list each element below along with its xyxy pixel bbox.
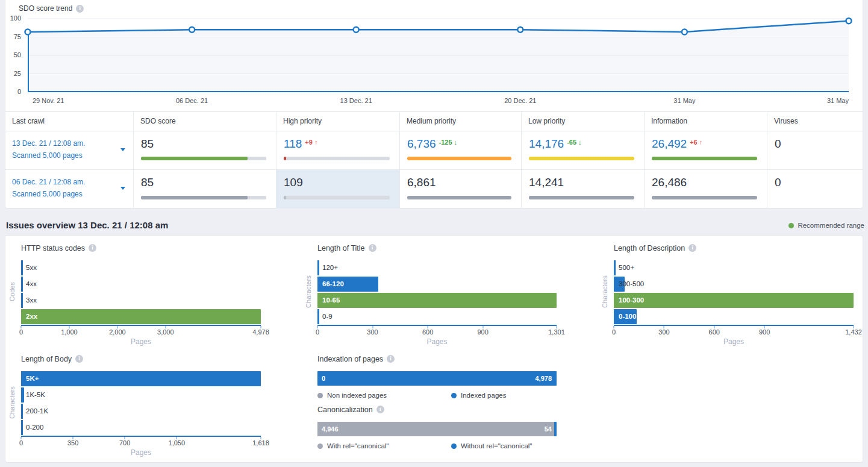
cell-value[interactable]: 6,736-125 ↓: [407, 137, 457, 151]
chart-bar-row: 300-500: [614, 276, 854, 292]
chart-bar: [21, 371, 261, 386]
column-header-viruses: Viruses: [767, 112, 863, 131]
trend-point[interactable]: [354, 27, 359, 33]
cell-progress-bar: [652, 196, 757, 199]
info-icon[interactable]: [369, 244, 376, 252]
table-cell: 26,492+6 ↑: [644, 131, 767, 170]
trend-point[interactable]: [846, 18, 852, 24]
legend-label: Without rel="canonical": [461, 442, 532, 450]
chart-bar-label: 5xx: [26, 260, 37, 275]
tick-label: 0: [595, 328, 633, 336]
cell-value: 85: [141, 137, 154, 151]
table-cell: 6,736-125 ↓: [399, 131, 521, 170]
cell-value[interactable]: 26,492+6 ↑: [652, 137, 702, 151]
crawl-scanned[interactable]: Scanned 5,000 pages: [12, 190, 83, 198]
left-value: 4,946: [322, 422, 339, 436]
legend-label: Indexed pages: [461, 392, 506, 399]
last-crawl-cell[interactable]: 13 Dec. 21 / 12:08 am.Scanned 5,000 page…: [5, 131, 133, 170]
info-icon[interactable]: [376, 406, 384, 413]
trend-point[interactable]: [189, 27, 195, 33]
chevron-down-icon[interactable]: [120, 148, 125, 151]
info-icon[interactable]: [75, 355, 83, 363]
cell-value: 26,486: [652, 176, 687, 189]
table-cell: 0: [767, 170, 863, 208]
http-status-codes-chart: HTTP status codes Codes 5xx4xx3xx2xx01,0…: [21, 244, 261, 346]
y-tick-label: 25: [14, 70, 21, 77]
tick-label: 4,978: [242, 328, 280, 336]
legend-dot: [317, 393, 323, 398]
cell-value[interactable]: 118+9 ↑: [284, 137, 317, 151]
tick-label: 1,301: [537, 328, 576, 336]
tick-label: 1,432: [834, 328, 868, 336]
table-cell: 118+9 ↑: [276, 131, 399, 170]
trend-line-chart: [28, 19, 849, 92]
canonicalization-chart: Canonicalization 4,946 54 With rel="cano…: [317, 406, 557, 457]
column-header-last-crawl: Last crawl: [5, 112, 133, 131]
trend-x-axis: 29 Nov. 2106 Dec. 2113 Dec. 2120 Dec. 21…: [28, 97, 849, 107]
chart-bar-label: 2xx: [26, 309, 37, 324]
issues-overview-title: Issues overview 13 Dec. 21 / 12:08 am: [6, 220, 168, 230]
y-axis-label: Characters: [305, 265, 314, 319]
x-tick-label: 29 Nov. 21: [33, 97, 88, 104]
crawl-date[interactable]: 13 Dec. 21 / 12:08 am.: [12, 139, 85, 148]
trend-y-axis: 1007550250: [5, 19, 25, 92]
table-cell: 6,861: [399, 170, 521, 208]
x-axis-label: Pages: [614, 337, 854, 346]
chart-bar-row: 2xx: [21, 309, 261, 325]
length-of-description-chart: Length of Description Characters 500+300…: [614, 244, 854, 346]
chart-bar-label: 0-9: [322, 309, 333, 324]
column-header-high-priority: High priority: [276, 112, 399, 131]
x-axis-ticks: 03006009001,301: [317, 326, 557, 337]
last-crawl-cell[interactable]: 06 Dec. 21 / 12:08 am.Scanned 5,000 page…: [5, 170, 133, 208]
chart-bar-row: 10-65: [317, 292, 557, 309]
trend-title-row: SDO score trend: [19, 4, 84, 13]
recommended-range-legend: Recommended range: [788, 222, 864, 229]
crawl-scanned[interactable]: Scanned 5,000 pages: [12, 151, 83, 160]
info-icon[interactable]: [688, 244, 696, 252]
x-tick-label: 31 May: [657, 97, 712, 104]
chart-bar-label: 1K-5K: [26, 387, 45, 403]
trend-point[interactable]: [682, 29, 687, 34]
trend-point[interactable]: [25, 29, 31, 34]
cell-progress-bar: [407, 157, 511, 160]
right-value: 54: [545, 422, 552, 436]
progress-fill: [652, 157, 757, 160]
y-tick-label: 0: [17, 88, 21, 95]
cell-value: 0: [775, 176, 781, 189]
length-of-title-chart: Length of Title Characters 120+66-12010-…: [317, 244, 557, 346]
tick-label: 300: [354, 328, 392, 336]
info-icon[interactable]: [387, 355, 395, 363]
cell-delta: +6 ↑: [690, 139, 702, 146]
chart-legend: Non indexed pages Indexed pages: [317, 388, 557, 406]
cell-value[interactable]: 14,176-65 ↓: [529, 137, 582, 151]
cell-progress-bar: [141, 157, 266, 160]
chevron-down-icon[interactable]: [120, 187, 125, 190]
chart-bar-row: 200-1K: [21, 403, 261, 419]
crawl-date[interactable]: 06 Dec. 21 / 12:08 am.: [12, 178, 85, 186]
x-tick-label: 20 Dec. 21: [493, 97, 548, 104]
tick-label: 350: [54, 439, 92, 447]
table-cell: 26,486: [644, 170, 767, 208]
crawl-table: Last crawl SDO score High priority Mediu…: [5, 111, 863, 208]
audit-dashboard: SDO score trend SERPSTAT 1007550250 29 N…: [0, 0, 868, 467]
y-tick-label: 50: [14, 51, 21, 58]
progress-fill: [284, 157, 286, 160]
trend-point[interactable]: [517, 27, 523, 33]
tick-label: 0: [2, 439, 40, 447]
tick-label: 0: [298, 328, 337, 336]
recommended-range-dot: [788, 223, 794, 228]
column-header-medium-priority: Medium priority: [399, 112, 521, 131]
right-value: 4,978: [535, 371, 552, 386]
chart-bar-label: 66-120: [322, 276, 344, 292]
info-icon[interactable]: [89, 244, 96, 252]
tick-label: 300: [645, 328, 683, 336]
chart-bar-row: 0-9: [317, 309, 557, 325]
info-icon[interactable]: [76, 5, 84, 13]
tick-label: 1,050: [157, 439, 196, 447]
chart-bar-row: 5K+: [21, 371, 261, 387]
bar-chart-plot: 5xx4xx3xx2xx01,0002,0003,0004,978: [21, 260, 261, 337]
x-tick-label: 31 May: [793, 97, 849, 104]
legend-item: Indexed pages: [451, 392, 506, 399]
progress-fill: [652, 196, 757, 199]
chart-title: Canonicalization: [317, 406, 373, 414]
